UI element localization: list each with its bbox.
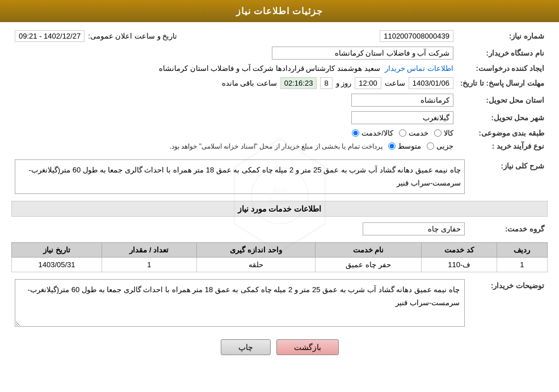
province-input[interactable] [351,94,453,107]
creator-value: سعید هوشمند کارشناس قراردادها شرکت آب و … [159,64,380,73]
cell-unit: حلقه [196,257,316,272]
category-goods-label: کالا [444,129,453,137]
process-medium-label: متوسط [398,142,421,150]
col-date-header: تاریخ نیاز [12,242,102,257]
category-goods-service-item[interactable]: کالا/خدمت [352,129,393,137]
province-label: استان محل تحویل: [457,91,548,109]
category-service-label: خدمت [409,129,428,137]
cell-row: 1 [497,257,547,272]
col-quantity-header: تعداد / مقدار [102,242,196,257]
services-data-table: ردیف کد خدمت نام خدمت واحد اندازه گیری ت… [11,242,548,272]
buyer-notes-table: توضیحات خریدار: چاه نیمه عمیق دهانه گشاد… [11,277,548,331]
city-label: شهر محل تحویل: [457,109,548,127]
announcement-label: تاریخ و ساعت اعلان عمومی: [88,32,177,40]
deadline-remaining-box: 02:16:23 [280,77,317,89]
process-label: نوع فرآیند خرید : [457,140,548,153]
print-button[interactable]: چاپ [221,339,271,355]
table-row: 1 ف-110 حفر چاه عمیق حلقه 1 1403/05/31 [12,257,548,272]
services-section-header: اطلاعات خدمات مورد نیاز [11,201,548,217]
button-row: بازگشت چاپ [11,339,548,355]
col-code-header: کد خدمت [421,242,497,257]
deadline-remaining-label: ساعت باقی مانده [222,79,277,87]
need-description-box: چاه نیمه عمیق دهانه گشاد آب شرب به عمق 2… [15,159,465,194]
deadline-time-box: 12:00 [355,77,381,89]
process-partial-radio[interactable] [427,142,434,150]
cell-quantity: 1 [102,257,196,272]
deadline-label: مهلت ارسال پاسخ: تا تاریخ: [457,75,548,91]
category-goods-service-radio[interactable] [352,129,359,137]
category-service-radio[interactable] [399,129,406,137]
buyer-notes-label: توضیحات خریدار: [468,277,548,331]
service-group-input[interactable] [363,222,465,235]
service-group-label: گروه خدمت: [468,220,548,238]
category-goods-item[interactable]: کالا [434,129,453,137]
need-number-label: شماره نیاز: [457,28,548,44]
category-goods-service-label: کالا/خدمت [362,129,393,137]
need-number-value: 1102007008000439 تاریخ و ساعت اعلان عموم… [11,28,457,44]
cell-code: ف-110 [421,257,497,272]
deadline-days-box: 8 [320,77,332,89]
need-description-table: شرح کلی نیاز: چاه نیمه عمیق دهانه گشاد آ… [11,157,548,196]
process-note: پرداخت تمام یا بخشی از مبلغ خریدار از مح… [170,142,383,150]
creator-contact-link[interactable]: اطلاعات تماس خریدار [385,64,453,73]
process-medium-item[interactable]: متوسط [388,142,421,150]
back-button[interactable]: بازگشت [276,339,339,355]
city-input[interactable] [351,111,453,124]
content-area: شماره نیاز: 1102007008000439 تاریخ و ساع… [0,22,559,366]
deadline-date-box: 1403/01/06 [409,77,453,89]
buyer-notes-textarea[interactable]: چاه نیمه عمیق دهانه گشاد آب شرب به عمق 2… [15,279,465,327]
buyer-name-label: نام دستگاه خریدار: [457,44,548,62]
service-group-table: گروه خدمت: [11,220,548,238]
col-row-header: ردیف [497,242,547,257]
process-partial-label: جزیی [436,142,453,150]
cell-name: حفر چاه عمیق [316,257,422,272]
category-radio-group: کالا خدمت کالا/خدمت [15,129,453,137]
page-title: جزئیات اطلاعات نیاز [0,0,559,22]
cell-date: 1403/05/31 [12,257,102,272]
col-unit-header: واحد اندازه گیری [196,242,316,257]
col-name-header: نام خدمت [316,242,422,257]
announcement-value: 1402/12/27 - 09:21 [15,30,85,42]
main-info-table: شماره نیاز: 1102007008000439 تاریخ و ساع… [11,28,548,153]
process-medium-radio[interactable] [388,142,396,150]
buyer-name-input[interactable] [272,47,453,60]
need-number-box: 1102007008000439 [380,30,453,42]
creator-label: ایجاد کننده درخواست: [457,62,548,75]
need-description-label: شرح کلی نیاز: [468,157,548,196]
category-label: طبقه بندی موضوعی: [457,127,548,140]
deadline-time-label: ساعت [385,79,405,87]
process-partial-item[interactable]: جزیی [427,142,453,150]
page-wrapper: Ana Tender جزئیات اطلاعات نیاز شماره نیا… [0,0,559,392]
category-service-item[interactable]: خدمت [399,129,428,137]
deadline-days-label: روز و [336,79,352,87]
category-goods-radio[interactable] [434,129,442,137]
